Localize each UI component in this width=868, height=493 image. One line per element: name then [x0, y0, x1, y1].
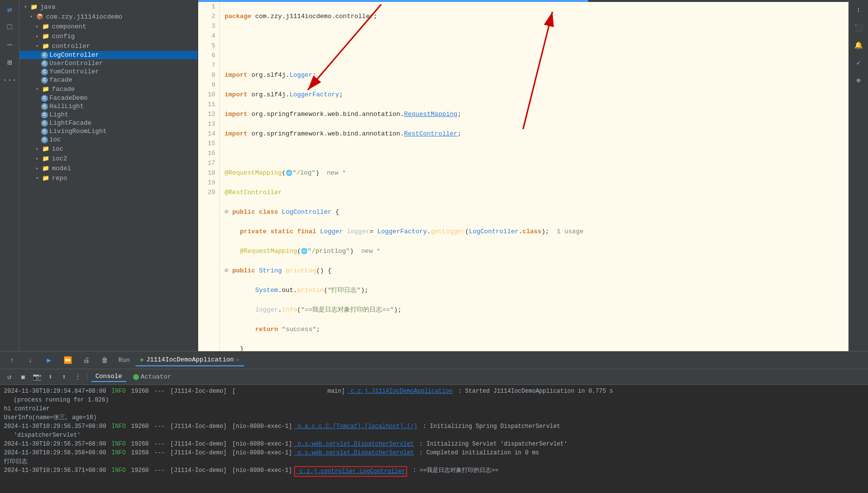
tool-scroll-down[interactable]: ⬇ — [45, 372, 56, 382]
label-light: LightFacade — [49, 119, 91, 127]
editor-content: 1 2 3 4 5 6 7 8 9 10 11 12 13 14 — [198, 2, 848, 351]
right-icon-5[interactable]: ⊕ — [851, 72, 867, 88]
label-lightfacade: LivingRoomLight — [49, 128, 107, 135]
log-msg-1: : Started J1114IocDemoApplication in 0.7… — [455, 387, 613, 396]
log-line-1: 2024-11-30T10:29:54.847+08:00 INFO 19260… — [4, 387, 864, 396]
log-level-1: INFO — [108, 387, 126, 396]
folder-icon-model: 📁 — [41, 164, 50, 173]
bottom-nav-icon-1[interactable]: ↑ — [4, 353, 20, 368]
label-facade: facade — [52, 86, 75, 93]
tree-facadedemo[interactable]: C HallLight — [20, 102, 198, 111]
console-btn[interactable]: Console — [91, 372, 126, 382]
package-icon: 📦 — [35, 12, 44, 21]
nav-icon-1[interactable]: ⇄ — [2, 2, 18, 18]
console-toolbar: ↺ ◼ 📷 ⬇ ⬆ ⋮ Console Actuator — [0, 369, 868, 385]
label-component: component — [52, 23, 86, 30]
folder-icon-repo: 📁 — [41, 174, 50, 182]
tool-more[interactable]: ⋮ — [72, 372, 83, 382]
tree-usercontroller[interactable]: C YumController — [20, 67, 198, 76]
bottom-panel: ↑ ↓ ▶ ⏩ 🖨 🗑 Run ▶ J1114IocDemoApplicatio… — [0, 351, 868, 493]
log-class-highlight[interactable]: c.z.j.controller.LogController — [294, 466, 407, 477]
arrow-component: ▸ — [33, 23, 41, 29]
log-thread-1: [ main] — [228, 387, 345, 396]
tree-bedroomlight[interactable]: C FacadeDemo — [20, 94, 198, 102]
log-indent-2: (process running for 1.026) — [4, 396, 109, 404]
log-pid-1: 19260 — [128, 387, 149, 396]
label-livingroomlight: ioc — [49, 136, 61, 143]
label-yumcontroller: facade — [49, 76, 72, 84]
tree-controller[interactable]: ▾ 📁 controller — [20, 41, 198, 51]
right-icon-4[interactable]: ✓ — [851, 55, 867, 70]
log-line-3: hi controller — [4, 404, 864, 413]
tab-close-j1114ioc[interactable]: ✕ — [236, 357, 239, 363]
class-icon-livingroomlight: C — [41, 136, 48, 143]
tree-java[interactable]: ▾ 📁 java — [20, 2, 198, 12]
tree-light[interactable]: C LightFacade — [20, 119, 198, 127]
arrow-controller: ▾ — [33, 43, 41, 49]
code-editor[interactable]: 1 2 3 4 5 6 7 8 9 10 11 12 13 14 — [198, 2, 848, 351]
tree-livingroomlight[interactable]: C ioc — [20, 135, 198, 144]
bottom-nav-icon-5[interactable]: 🖨 — [78, 353, 94, 368]
bottom-nav-icon-3[interactable]: ▶ — [41, 353, 57, 368]
label-ioc: ioc — [52, 145, 63, 153]
editor-wrapper: 1 2 3 4 5 6 7 8 9 10 11 12 13 14 — [198, 0, 848, 351]
log-line-5: 2024-11-30T10:29:56.357+08:00 INFO 19260… — [4, 422, 864, 431]
tree-lightfacade[interactable]: C LivingRoomLight — [20, 127, 198, 135]
class-icon-logcontroller: C — [41, 52, 48, 59]
arrow-java: ▾ — [22, 4, 29, 10]
actuator-btn[interactable]: Actuator — [129, 372, 175, 381]
arrow-model: ▸ — [33, 165, 41, 171]
tree-logcontroller[interactable]: C LogController — [20, 51, 198, 59]
label-controller: controller — [52, 43, 90, 50]
tree-ioc[interactable]: ▸ 📁 ioc — [20, 144, 198, 154]
tree-config[interactable]: ▸ 📁 config — [20, 31, 198, 41]
log-plain-4: UserInfo(name=张三, age=18) — [4, 413, 97, 422]
tool-stop[interactable]: ◼ — [18, 372, 28, 382]
log-class-1[interactable]: c.z.j.J1114IocDemoApplication — [347, 387, 453, 396]
nav-icon-2[interactable]: □ — [2, 20, 18, 35]
right-icon-3[interactable]: 🔔 — [851, 37, 867, 53]
bottom-nav-icon-6[interactable]: 🗑 — [97, 353, 113, 368]
log-bracket-1: [J1114-Ioc-demo] — [167, 387, 227, 396]
tree-facade[interactable]: ▾ 📁 facade — [20, 84, 198, 94]
log-time-1: 2024-11-30T10:29:54.847+08:00 — [4, 387, 106, 396]
tool-scroll-up[interactable]: ⬆ — [59, 372, 69, 382]
arrow-ioc2: ▸ — [33, 156, 41, 161]
class-icon-light: C — [41, 120, 48, 127]
tree-yumcontroller[interactable]: C facade — [20, 76, 198, 84]
label-halllight: Light — [49, 111, 69, 118]
tree-model[interactable]: ▸ 📁 model — [20, 163, 198, 173]
left-iconbar: ⇄ □ — ⊞ ··· — [0, 0, 20, 351]
code-area[interactable]: package com.zzy.j1114iocdemo.controller;… — [220, 2, 848, 351]
tree-package[interactable]: ▾ 📦 com.zzy.j1114iocdemo — [20, 12, 198, 22]
bottom-nav-icon-4[interactable]: ⏩ — [60, 353, 75, 368]
tool-rerun[interactable]: ↺ — [4, 372, 15, 382]
class-icon-bedroomlight: C — [41, 95, 48, 102]
right-icon-1[interactable]: ↕ — [851, 2, 867, 18]
nav-icon-more[interactable]: ··· — [2, 72, 18, 88]
tree-repo[interactable]: ▾ 📁 repo — [20, 173, 198, 183]
nav-icon-3[interactable]: — — [2, 37, 18, 53]
tree-ioc2[interactable]: ▸ 📁 ioc2 — [20, 154, 198, 163]
tab-j1114ioc[interactable]: ▶ J1114IocDemoApplication ✕ — [136, 354, 244, 366]
label-ioc2: ioc2 — [52, 155, 67, 162]
bottom-nav-icon-2[interactable]: ↓ — [23, 353, 38, 368]
log-line-8: 2024-11-30T10:29:56.358+08:00 INFO 19260… — [4, 448, 864, 457]
run-label: Run — [118, 357, 130, 364]
right-icon-2[interactable]: ⬛ — [851, 20, 867, 35]
label-bedroomlight: FacadeDemo — [49, 94, 88, 102]
folder-icon-ioc2: 📁 — [41, 154, 50, 163]
nav-icon-4[interactable]: ⊞ — [2, 55, 18, 70]
tab-label-j1114ioc: J1114IocDemoApplication — [146, 356, 234, 363]
tree-component[interactable]: ▸ 📁 component — [20, 22, 198, 31]
tree-propertiescontroller[interactable]: C UserController — [20, 59, 198, 67]
label-model: model — [52, 165, 71, 172]
log-line-9: 打印日志 — [4, 457, 864, 466]
label-config: config — [52, 33, 75, 40]
tool-screenshot[interactable]: 📷 — [31, 372, 42, 382]
tree-halllight[interactable]: C Light — [20, 111, 198, 119]
right-iconbar: ↕ ⬛ 🔔 ✓ ⊕ — [848, 0, 868, 351]
console-output[interactable]: 2024-11-30T10:29:54.847+08:00 INFO 19260… — [0, 385, 868, 493]
project-tree: ▾ 📁 java ▾ 📦 com.zzy.j1114iocdemo ▸ 📁 co… — [20, 0, 198, 351]
folder-icon-controller: 📁 — [41, 42, 50, 50]
